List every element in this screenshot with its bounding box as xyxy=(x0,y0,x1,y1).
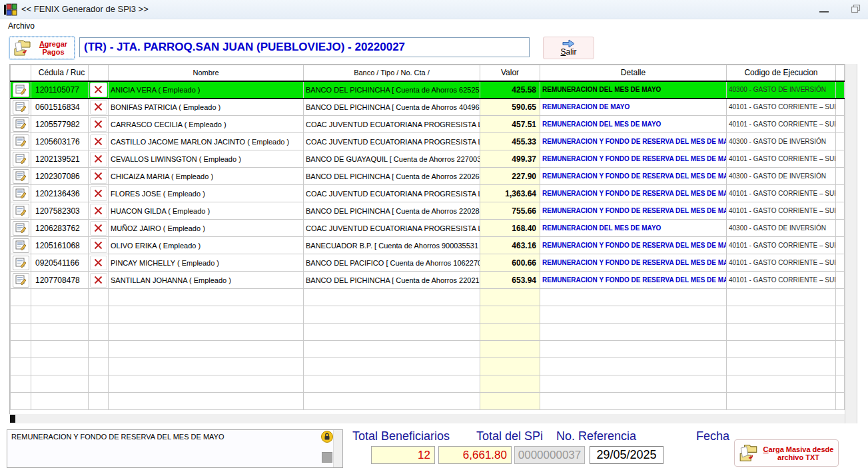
header-nombre[interactable]: Nombre xyxy=(109,65,304,81)
carga-masiva-button[interactable]: Carga Masiva desde archivo TXT xyxy=(734,439,839,467)
cedula-cell: 1202307086 xyxy=(31,168,89,185)
codigo-cell: 40101 - GASTO CORRIENTE – SUELDOS xyxy=(727,150,836,168)
detalle-cell: REMUNERACION Y FONDO DE RESERVA DEL MES … xyxy=(540,202,727,220)
fecha-field[interactable]: 29/05/2025 xyxy=(590,446,663,464)
header-detalle[interactable]: Detalle xyxy=(540,65,727,81)
edit-row-button[interactable] xyxy=(13,256,29,270)
edit-row-button[interactable] xyxy=(13,204,29,218)
form-pencil-icon xyxy=(15,223,26,233)
header-extra xyxy=(836,65,845,81)
codigo-cell: 40101 - GASTO CORRIENTE – SUELDOS xyxy=(727,272,836,289)
extra-cell xyxy=(836,150,845,168)
total-beneficiarios-label: Total Beneficiarios xyxy=(345,429,457,443)
table-row[interactable]: 1206283762 MUÑOZ JAIRO ( Empleado ) COAC… xyxy=(11,220,845,237)
edit-row-button[interactable] xyxy=(13,169,29,184)
valor-cell xyxy=(480,341,540,358)
table-row[interactable]: 1201105077 ANICIA VERA ( Empleado ) BANC… xyxy=(11,81,845,99)
agregar-pagos-button[interactable]: Agregar Pagos xyxy=(9,37,75,59)
banco-cell: BANCO DEL PICHINCHA [ Cuenta de Ahorros … xyxy=(304,168,480,185)
header-delete xyxy=(89,65,109,81)
header-codigo[interactable]: Codigo de Ejecucion xyxy=(727,65,836,81)
minimize-button[interactable] xyxy=(814,3,834,17)
no-referencia-field: 0000000037 xyxy=(514,446,585,464)
app-windows-logo-icon xyxy=(4,3,17,16)
table-row[interactable]: 0920541166 PINCAY MICHELLY ( Empleado ) … xyxy=(11,254,845,272)
table-row[interactable]: 0601516834 BONIFAS PATRICIA ( Empleado )… xyxy=(11,99,845,116)
table-row[interactable]: 1205603176 CASTILLO JACOME MARLON JACINT… xyxy=(11,133,845,150)
delete-row-button[interactable] xyxy=(90,83,107,97)
form-pencil-icon xyxy=(15,240,26,250)
delete-row-button[interactable] xyxy=(90,273,107,288)
codigo-cell xyxy=(727,324,836,341)
delete-row-button[interactable] xyxy=(90,238,107,253)
extra-cell xyxy=(836,237,845,254)
detalle-cell: REMUNERACION Y FONDO DE RESERVA DEL MES … xyxy=(540,272,727,289)
entity-title-field[interactable]: (TR) - JTA. PARROQ.SAN JUAN (PUEBLOVIEJO… xyxy=(79,37,530,57)
detalle-scrollbar[interactable] xyxy=(333,430,342,467)
gray-square-button[interactable] xyxy=(322,452,332,463)
header-valor[interactable]: Valor xyxy=(480,65,540,81)
horizontal-scrollbar[interactable] xyxy=(9,414,845,423)
valor-cell: 499.37 xyxy=(480,150,540,168)
menu-archivo[interactable]: Archivo xyxy=(5,21,37,31)
nombre-cell: HUACON GILDA ( Empleado ) xyxy=(109,202,304,220)
table-row[interactable]: 1202139521 CEVALLOS LIWINSGTON ( Emplead… xyxy=(11,150,845,168)
cedula-cell: 1202139521 xyxy=(31,150,89,168)
valor-cell: 653.94 xyxy=(480,272,540,289)
table-row[interactable]: 1207708478 SANTILLAN JOHANNA ( Empleado … xyxy=(11,272,845,289)
delete-row-button[interactable] xyxy=(90,186,107,201)
delete-row-button[interactable] xyxy=(90,152,107,166)
codigo-cell xyxy=(727,393,836,410)
codigo-cell: 40300 - GASTO DE INVERSIÓN xyxy=(727,168,836,185)
valor-cell xyxy=(480,375,540,393)
edit-row-button[interactable] xyxy=(13,117,29,132)
edit-row-button[interactable] xyxy=(13,83,29,97)
edit-row-button[interactable] xyxy=(13,186,29,201)
salir-button[interactable]: Salir xyxy=(543,37,594,59)
edit-row-button[interactable] xyxy=(13,134,29,149)
edit-row-button[interactable] xyxy=(13,152,29,166)
delete-row-button[interactable] xyxy=(90,204,107,218)
empty-table-row xyxy=(11,324,845,341)
delete-row-button[interactable] xyxy=(90,100,107,115)
header-cedula[interactable]: Cédula / Ruc xyxy=(31,65,89,81)
banco-cell: BANECUADOR B.P. [ Cuenta de Ahorros 9000… xyxy=(304,237,480,254)
codigo-cell: 40101 - GASTO CORRIENTE – SUELDOS xyxy=(727,202,836,220)
table-row[interactable]: 1207582303 HUACON GILDA ( Empleado ) BAN… xyxy=(11,202,845,220)
delete-row-button[interactable] xyxy=(90,221,107,236)
delete-row-button[interactable] xyxy=(90,117,107,132)
empty-table-row xyxy=(11,341,845,358)
table-row[interactable]: 1202136436 FLORES JOSE ( Empleado ) COAC… xyxy=(11,185,845,202)
vertical-scrollbar[interactable] xyxy=(845,64,857,423)
banco-cell xyxy=(304,358,480,375)
delete-row-button[interactable] xyxy=(90,169,107,184)
table-row[interactable]: 1205577982 CARRASCO CECILIA ( Empleado )… xyxy=(11,116,845,133)
codigo-cell: 40101 - GASTO CORRIENTE – SUELDOS xyxy=(727,254,836,272)
banco-cell xyxy=(304,393,480,410)
detalle-cell xyxy=(540,289,727,306)
table-row[interactable]: 1202307086 CHICAIZA MARIA ( Empleado ) B… xyxy=(11,168,845,185)
red-x-icon xyxy=(94,137,103,146)
header-edit xyxy=(11,65,31,81)
cedula-cell xyxy=(31,324,89,341)
edit-row-button[interactable] xyxy=(13,221,29,236)
banco-cell: COAC JUVENTUD ECUATORIANA PROGRESISTA LT… xyxy=(304,185,480,202)
nombre-cell xyxy=(109,341,304,358)
edit-row-button[interactable] xyxy=(13,100,29,115)
delete-row-button[interactable] xyxy=(90,256,107,270)
nombre-cell xyxy=(109,358,304,375)
table-row[interactable]: 1205161068 OLIVO ERIKA ( Empleado ) BANE… xyxy=(11,237,845,254)
header-banco[interactable]: Banco / Tipo / No. Cta / xyxy=(304,65,480,81)
edit-row-button[interactable] xyxy=(13,273,29,288)
detalle-cell: REMUNERACION Y FONDO DE RESERVA DEL MES … xyxy=(540,168,727,185)
detalle-textbox[interactable]: REMUNERACION Y FONDO DE RESERVA DEL MES … xyxy=(7,429,343,468)
extra-cell xyxy=(836,168,845,185)
restore-button[interactable] xyxy=(846,3,866,17)
extra-cell xyxy=(836,202,845,220)
horizontal-scrollbar-thumb[interactable] xyxy=(10,415,15,423)
detalle-cell xyxy=(540,341,727,358)
banco-cell: BANCO DEL PICHINCHA [ Cuenta de Ahorros … xyxy=(304,202,480,220)
delete-row-button[interactable] xyxy=(90,134,107,149)
edit-row-button[interactable] xyxy=(13,238,29,253)
valor-cell xyxy=(480,289,540,306)
